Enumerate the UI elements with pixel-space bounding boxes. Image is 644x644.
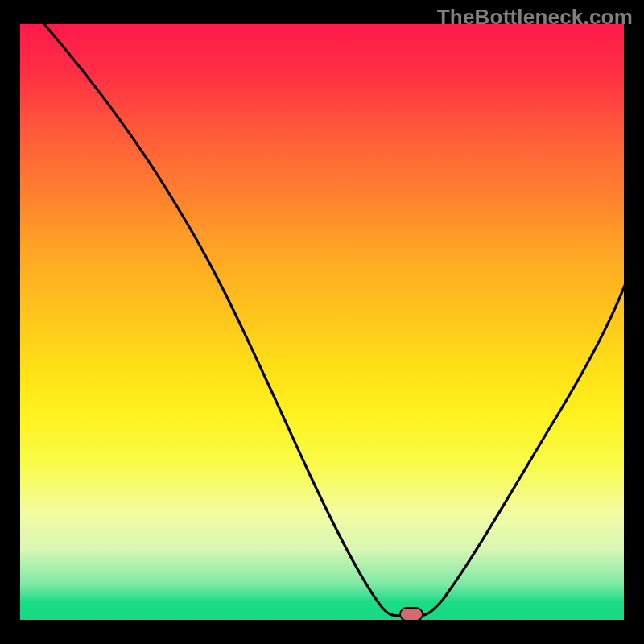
optimal-marker (400, 608, 423, 620)
chart-svg (20, 24, 624, 620)
watermark-text: TheBottleneck.com (437, 5, 633, 30)
chart-frame: TheBottleneck.com (0, 0, 644, 644)
plot-area (20, 24, 624, 620)
bottleneck-curve (44, 24, 624, 616)
